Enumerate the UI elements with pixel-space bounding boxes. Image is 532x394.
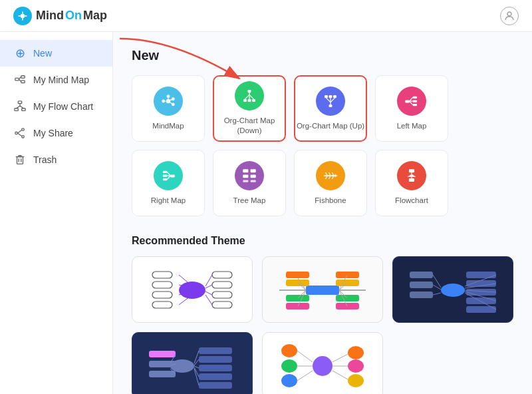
svg-line-15 <box>17 106 20 108</box>
svg-point-26 <box>166 98 171 103</box>
svg-point-30 <box>162 99 165 102</box>
svg-line-160 <box>297 351 313 362</box>
svg-point-154 <box>281 344 297 357</box>
svg-rect-45 <box>329 95 332 98</box>
sidebar-item-mind-map-label: My Mind Map <box>33 75 89 85</box>
svg-line-9 <box>19 77 21 80</box>
svg-rect-66 <box>251 169 256 172</box>
svg-line-20 <box>17 130 21 134</box>
svg-point-153 <box>313 356 332 376</box>
svg-point-0 <box>21 13 25 17</box>
svg-rect-46 <box>333 95 336 98</box>
sidebar-item-my-share[interactable]: My Share <box>0 120 112 146</box>
svg-point-29 <box>172 102 175 106</box>
svg-point-159 <box>348 374 364 387</box>
theme-card-3[interactable] <box>392 256 513 323</box>
header: MindOnMap <box>0 0 532 32</box>
map-card-org-chart-down[interactable]: Org-Chart Map(Down) <box>213 75 286 142</box>
svg-line-163 <box>332 354 348 362</box>
fishbone-icon-circle <box>316 161 345 190</box>
svg-rect-107 <box>286 272 309 278</box>
flowchart-label: Flowchart <box>395 196 428 206</box>
svg-point-156 <box>281 374 297 387</box>
svg-rect-70 <box>251 180 256 182</box>
map-card-org-chart-up[interactable]: Org-Chart Map (Up) <box>294 75 367 142</box>
svg-line-62 <box>167 172 170 176</box>
svg-line-32 <box>170 99 172 100</box>
svg-point-17 <box>22 128 25 131</box>
svg-line-64 <box>167 176 170 180</box>
svg-rect-54 <box>413 104 418 106</box>
map-card-tree-map[interactable]: Tree Map <box>213 150 286 216</box>
theme-card-2[interactable] <box>262 256 383 323</box>
svg-point-18 <box>22 136 25 138</box>
sidebar-item-new-label: New <box>33 48 52 59</box>
sidebar-item-flow-chart-label: My Flow Chart <box>33 101 93 112</box>
svg-rect-92 <box>212 301 232 308</box>
flowchart-icon-circle <box>397 161 426 190</box>
theme-card-1[interactable] <box>132 256 253 323</box>
logo-on: On <box>65 9 82 23</box>
logo-map: Map <box>83 9 107 23</box>
svg-rect-38 <box>252 99 255 102</box>
svg-rect-91 <box>212 292 232 298</box>
svg-line-42 <box>249 95 254 99</box>
map-card-right-map[interactable]: Right Map <box>132 150 205 216</box>
svg-line-55 <box>410 97 413 101</box>
svg-rect-43 <box>329 104 332 106</box>
svg-rect-141 <box>199 356 232 363</box>
left-map-icon-circle <box>397 87 426 116</box>
svg-line-100 <box>205 295 212 305</box>
svg-rect-120 <box>466 272 496 278</box>
svg-rect-8 <box>21 81 25 83</box>
svg-line-152 <box>194 369 199 385</box>
svg-line-50 <box>331 98 335 102</box>
svg-line-165 <box>332 371 348 379</box>
svg-rect-85 <box>152 272 172 278</box>
new-icon: ⊕ <box>13 47 27 60</box>
svg-point-28 <box>172 97 175 100</box>
sidebar-item-trash[interactable]: Trash <box>0 146 112 173</box>
svg-rect-140 <box>199 347 232 354</box>
svg-point-84 <box>179 282 205 299</box>
svg-rect-127 <box>410 292 433 298</box>
user-avatar-icon[interactable] <box>500 7 519 25</box>
svg-rect-12 <box>15 108 18 111</box>
svg-point-27 <box>167 95 170 98</box>
sidebar-item-my-flow-chart[interactable]: My Flow Chart <box>0 93 112 120</box>
svg-rect-109 <box>286 295 309 301</box>
svg-rect-37 <box>248 99 251 102</box>
tree-map-label: Tree Map <box>233 196 266 206</box>
svg-rect-79 <box>409 169 414 172</box>
svg-rect-69 <box>243 180 248 182</box>
svg-point-119 <box>441 284 465 297</box>
sidebar-item-my-mind-map[interactable]: My Mind Map <box>0 67 112 93</box>
theme-card-4[interactable] <box>132 332 253 394</box>
svg-rect-36 <box>243 99 247 102</box>
mindmap-label: MindMap <box>152 121 184 131</box>
logo-mind: Mind <box>36 9 64 23</box>
share-icon <box>13 126 27 140</box>
svg-rect-123 <box>466 297 496 304</box>
svg-rect-88 <box>152 301 172 308</box>
svg-rect-126 <box>410 282 433 288</box>
sidebar-item-new[interactable]: ⊕ New <box>0 40 112 67</box>
mind-map-icon <box>13 73 27 87</box>
svg-point-19 <box>15 132 18 134</box>
svg-line-148 <box>194 351 199 363</box>
map-card-mindmap[interactable]: MindMap <box>132 75 205 142</box>
recommended-theme-title: Recommended Theme <box>132 235 513 247</box>
map-type-grid: MindMap Org-Chart Map(Down) Org-Chart Ma… <box>132 75 513 216</box>
map-card-fishbone[interactable]: Fishbone <box>294 150 367 216</box>
svg-rect-67 <box>243 174 248 178</box>
svg-line-10 <box>19 79 21 82</box>
map-card-left-map[interactable]: Left Map <box>375 75 448 142</box>
svg-rect-59 <box>163 170 168 172</box>
svg-rect-108 <box>286 280 309 286</box>
theme-card-5[interactable] <box>262 332 383 394</box>
svg-point-157 <box>348 346 364 359</box>
map-card-flowchart[interactable]: Flowchart <box>375 150 448 216</box>
svg-rect-143 <box>199 373 232 380</box>
org-chart-down-icon-circle <box>235 81 264 110</box>
svg-rect-102 <box>306 286 339 295</box>
